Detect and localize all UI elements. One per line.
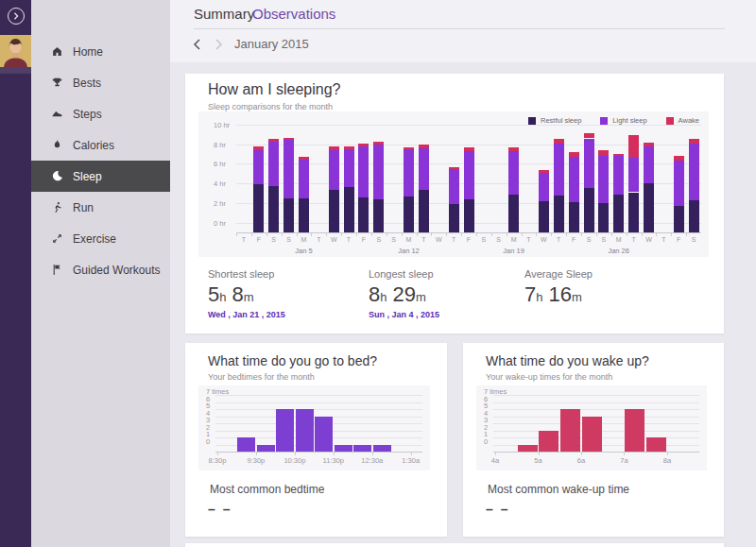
light-sleep-bar-segment (268, 142, 279, 187)
day-letter-label: S (286, 236, 291, 243)
awake-bar-segment (508, 147, 519, 151)
previous-month-button[interactable] (190, 38, 203, 51)
day-letter-label: M (406, 236, 412, 243)
stat-minutes: 8 (232, 282, 243, 306)
x-axis-tick (251, 233, 252, 236)
sidebar-item-sleep[interactable]: Sleep (31, 161, 170, 192)
awake-bar-segment (674, 156, 684, 161)
stat-minute-unit: m (244, 290, 254, 304)
day-letter-label: F (257, 236, 261, 243)
day-letter-label: M (511, 236, 517, 243)
x-axis-tick (624, 453, 625, 455)
sidebar-item-steps[interactable]: Steps (31, 98, 170, 129)
sidebar-item-home[interactable]: Home (31, 36, 170, 67)
stat-date-link[interactable]: Wed , Jan 21 , 2015 (208, 310, 285, 319)
light-sleep-bar-segment (404, 149, 414, 197)
restful-sleep-bar-segment (419, 190, 429, 232)
gridline (493, 409, 699, 410)
bedtime-bar (373, 445, 391, 453)
sidebar-item-label: Home (73, 45, 103, 59)
sidebar-item-exercise[interactable]: Exercise (31, 223, 170, 254)
x-axis-tick (372, 453, 373, 455)
longest-sleep-stat: Longest sleep 8h29m Sun , Jan 4 , 2015 (369, 268, 439, 319)
chevron-circle-icon (12, 12, 20, 20)
left-rail (0, 0, 31, 547)
x-axis-tick (297, 233, 298, 236)
time-axis-label: 12:30a (361, 456, 383, 465)
expand-sidebar-button[interactable] (8, 8, 25, 25)
x-axis-tick (311, 233, 312, 236)
moon-icon (51, 170, 63, 182)
sidebar-item-guided-workouts[interactable]: Guided Workouts (31, 254, 170, 285)
x-axis-tick (667, 453, 668, 455)
most-common-wake-up-value: – – (486, 502, 509, 517)
awake-bar-segment (644, 143, 654, 146)
awake-bar-segment (569, 152, 579, 157)
sidebar-item-run[interactable]: Run (31, 192, 170, 223)
day-letter-label: F (362, 236, 366, 243)
bedtime-bar (276, 409, 294, 452)
light-sleep-swatch (600, 117, 608, 125)
next-month-button[interactable] (212, 38, 225, 51)
sidebar: HomeBestsStepsCaloriesSleepRunExerciseGu… (31, 0, 170, 547)
rail-divider (0, 67, 31, 74)
light-sleep-bar-segment (419, 148, 429, 191)
x-axis-tick (656, 233, 657, 236)
home-icon (51, 45, 63, 58)
time-axis-label: 8a (663, 456, 671, 465)
stat-date-link[interactable]: Sun , Jan 4 , 2015 (369, 310, 439, 319)
light-sleep-bar-segment (253, 150, 264, 184)
awake-bar-segment (464, 147, 474, 151)
awake-swatch (666, 117, 674, 125)
light-sleep-bar-segment (299, 160, 309, 197)
light-sleep-bar-segment (569, 157, 579, 202)
sleep-chart: Restful sleep Light sleep Awake 0 hr2 hr… (198, 111, 709, 257)
y-axis-tick-label: 0 hr (214, 219, 226, 228)
tab-observations[interactable]: Observations (252, 6, 335, 22)
light-sleep-bar-segment (598, 156, 609, 203)
bedtime-bar (296, 409, 314, 452)
sidebar-item-label: Sleep (73, 170, 102, 183)
arrows-icon (51, 232, 63, 245)
day-letter-label: W (541, 236, 547, 243)
x-axis-tick (326, 233, 327, 236)
runner-icon (51, 201, 63, 214)
restful-sleep-bar-segment (554, 196, 564, 232)
time-axis-label: 11:30p (323, 456, 344, 465)
shoe-icon (51, 108, 63, 120)
day-letter-label: S (601, 236, 606, 243)
restful-sleep-bar-segment (404, 197, 414, 232)
awake-bar-segment (299, 157, 309, 160)
week-start-label: Jan 5 (295, 247, 312, 255)
day-letter-label: W (645, 236, 652, 243)
gridline (493, 402, 699, 403)
week-start-label: Jan 19 (503, 247, 524, 255)
x-axis-tick (411, 453, 412, 455)
awake-bar-segment (284, 138, 294, 140)
time-axis-label: 10:30p (284, 456, 305, 465)
stat-hours: 8 (369, 282, 380, 306)
gridline (236, 125, 701, 126)
tab-summary[interactable]: Summary (194, 6, 254, 22)
sidebar-item-bests[interactable]: Bests (31, 67, 170, 98)
wake-up-bar (625, 409, 644, 452)
day-letter-label: T (526, 236, 530, 243)
light-sleep-bar-segment (644, 146, 654, 183)
stat-label: Average Sleep (524, 268, 593, 280)
day-letter-label: F (572, 236, 576, 243)
most-common-bedtime-value: – – (208, 502, 232, 517)
avatar[interactable] (0, 35, 31, 67)
day-letter-label: M (301, 236, 306, 243)
x-axis-tick (507, 233, 507, 236)
average-sleep-stat: Average Sleep 7h16m (524, 268, 593, 307)
main-content: Summary Observations January 2015 How am… (170, 0, 756, 547)
day-letter-label: T (317, 236, 320, 243)
awake-bar-segment (689, 139, 699, 144)
sidebar-item-label: Exercise (73, 232, 116, 246)
legend-restful-sleep: Restful sleep (528, 116, 581, 125)
sidebar-item-calories[interactable]: Calories (31, 129, 170, 161)
day-letter-label: S (496, 236, 501, 243)
x-axis-tick (581, 453, 582, 455)
stat-value: 7h16m (524, 282, 593, 307)
stat-minute-unit: m (572, 290, 582, 304)
